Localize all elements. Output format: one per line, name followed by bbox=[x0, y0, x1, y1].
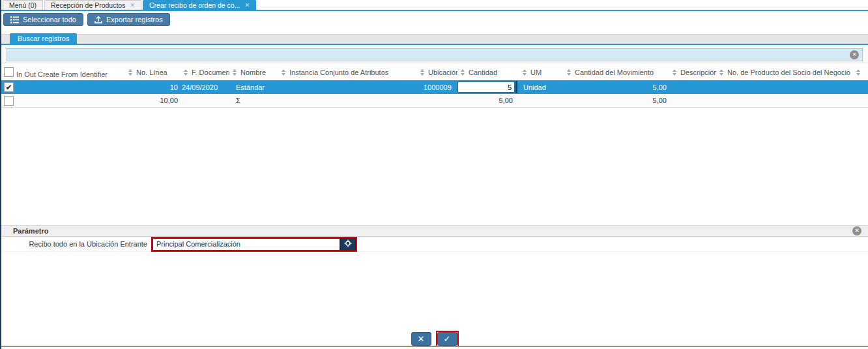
tab-recepcion-label: Recepción de Productos bbox=[51, 1, 125, 9]
sort-icon[interactable] bbox=[673, 69, 676, 76]
clear-search-icon[interactable]: ✕ bbox=[850, 50, 859, 59]
cell-nombre: Estándar bbox=[229, 80, 278, 94]
sort-icon[interactable] bbox=[567, 69, 571, 76]
window-bottom-border bbox=[1, 346, 868, 347]
parameter-field-label: Recibo todo en la Ubicación Entrante bbox=[1, 240, 147, 248]
search-panel: ✕ bbox=[1, 46, 868, 63]
select-all-checkbox[interactable] bbox=[4, 67, 14, 77]
sort-icon[interactable] bbox=[184, 69, 188, 76]
tab-crear-recibo[interactable]: Crear recibo de orden de co... ✕ bbox=[143, 0, 256, 10]
cell-f-documento: 24/09/2020 bbox=[181, 80, 229, 94]
search-box: ✕ bbox=[7, 48, 863, 61]
tab-menu[interactable]: Menú (0) bbox=[3, 0, 43, 10]
select-all-button[interactable]: Seleccionar todo bbox=[3, 13, 83, 26]
collapse-section-icon[interactable]: ✕ bbox=[852, 226, 861, 235]
ubicacion-entrante-input[interactable] bbox=[152, 238, 340, 250]
cell-instancia-atributos bbox=[278, 80, 417, 94]
col-instancia-atributos[interactable]: Instancia Conjunto de Atributos bbox=[278, 64, 417, 80]
close-icon[interactable]: ✕ bbox=[130, 3, 135, 8]
window-tab-bar: Menú (0) Recepción de Productos ✕ Crear … bbox=[1, 0, 868, 11]
toolbar: Seleccionar todo Exportar registros bbox=[3, 13, 170, 26]
cell-no-linea: 10 bbox=[125, 80, 181, 94]
grid-header-row: In Out Create From Identifier No. Línea … bbox=[1, 64, 868, 80]
sigma-symbol: Σ bbox=[236, 97, 240, 104]
cancel-button[interactable]: ✕ bbox=[411, 332, 431, 346]
input-focus-handle bbox=[515, 81, 517, 93]
export-records-button[interactable]: Exportar registros bbox=[87, 13, 170, 26]
cell-um: Unidad bbox=[519, 80, 564, 94]
tab-recepcion-productos[interactable]: Recepción de Productos ✕ bbox=[44, 0, 141, 10]
confirm-button-annotation: ✓ bbox=[436, 331, 459, 347]
sort-icon[interactable] bbox=[128, 69, 132, 76]
sort-icon[interactable] bbox=[461, 69, 465, 76]
parameter-row: Recibo todo en la Ubicación Entrante bbox=[1, 237, 868, 252]
tab-crear-recibo-label: Crear recibo de orden de co... bbox=[149, 1, 240, 9]
cancel-icon: ✕ bbox=[418, 334, 425, 344]
results-grid: In Out Create From Identifier No. Línea … bbox=[1, 64, 868, 108]
col-ubicacion[interactable]: Ubicación bbox=[417, 64, 457, 80]
col-um[interactable]: UM bbox=[519, 64, 564, 80]
sort-icon[interactable] bbox=[420, 69, 424, 76]
parameter-section-title: Parámetro bbox=[1, 227, 852, 235]
cell-descripcion bbox=[669, 80, 716, 94]
col-extra[interactable] bbox=[853, 64, 868, 80]
export-records-label: Exportar registros bbox=[106, 16, 163, 23]
cell-cantidad bbox=[457, 80, 519, 94]
confirm-button[interactable]: ✓ bbox=[437, 332, 457, 346]
summary-cantidad-movimiento-total: 5,00 bbox=[564, 94, 669, 107]
summary-cantidad-total: 5,00 bbox=[457, 94, 519, 107]
check-icon: ✔ bbox=[5, 83, 12, 92]
col-nombre[interactable]: Nombre bbox=[229, 64, 278, 80]
sort-icon[interactable] bbox=[233, 69, 237, 76]
parameter-section-header: Parámetro ✕ bbox=[1, 225, 868, 237]
summary-checkbox[interactable] bbox=[4, 96, 14, 106]
summary-no-linea-total: 10,00 bbox=[125, 94, 181, 107]
search-tab-strip: Buscar registros bbox=[1, 34, 868, 45]
col-no-producto-socio[interactable]: No. de Producto del Socio del Negocio bbox=[716, 64, 853, 80]
table-row-selected[interactable]: ✔ 10 24/09/2020 Estándar 1000009 Unidad … bbox=[1, 80, 868, 94]
sort-icon[interactable] bbox=[523, 69, 527, 76]
cell-cantidad-movimiento: 5,00 bbox=[564, 80, 669, 94]
confirm-icon: ✓ bbox=[444, 334, 451, 344]
export-icon bbox=[94, 16, 102, 23]
record-info-icon bbox=[344, 239, 352, 249]
search-input[interactable] bbox=[7, 49, 850, 61]
sort-icon[interactable] bbox=[856, 69, 860, 76]
col-cantidad-movimiento[interactable]: Cantidad del Movimiento bbox=[564, 64, 669, 80]
tab-buscar-registros[interactable]: Buscar registros bbox=[10, 33, 77, 44]
cell-ubicacion: 1000009 bbox=[417, 80, 457, 94]
table-summary-row: 10,00 Σ 5,00 5,00 bbox=[1, 94, 868, 108]
select-all-icon bbox=[10, 16, 19, 23]
col-f-documento[interactable]: F. Documento bbox=[181, 64, 229, 80]
sort-icon[interactable] bbox=[719, 69, 723, 76]
select-all-label: Seleccionar todo bbox=[23, 16, 76, 23]
row-checkbox-checked[interactable]: ✔ bbox=[4, 82, 14, 92]
buscar-registros-label: Buscar registros bbox=[18, 35, 69, 42]
footer-buttons: ✕ ✓ bbox=[1, 331, 868, 347]
sort-icon[interactable] bbox=[282, 69, 285, 76]
tab-menu-label: Menú (0) bbox=[9, 1, 36, 9]
col-no-linea[interactable]: No. Línea bbox=[125, 64, 181, 80]
summary-sigma: Σ bbox=[229, 94, 278, 107]
close-icon[interactable]: ✕ bbox=[244, 3, 250, 8]
record-info-button[interactable] bbox=[340, 238, 356, 250]
col-inout-identifier[interactable]: In Out Create From Identifier bbox=[16, 64, 125, 80]
parameter-field-annotated bbox=[151, 237, 357, 252]
application-window: Menú (0) Recepción de Productos ✕ Crear … bbox=[0, 0, 868, 349]
col-cantidad[interactable]: Cantidad bbox=[457, 64, 519, 80]
col-descripcion[interactable]: Descripción bbox=[669, 64, 716, 80]
cell-no-producto-socio bbox=[716, 80, 853, 94]
cantidad-input[interactable] bbox=[457, 82, 515, 93]
cell-inout-identifier bbox=[16, 80, 125, 94]
